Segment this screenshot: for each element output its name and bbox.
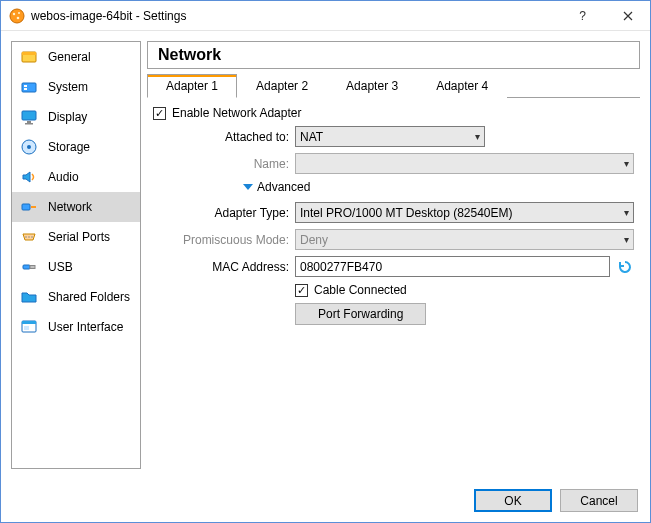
svg-point-1 — [13, 12, 15, 14]
ui-icon — [20, 318, 38, 336]
window-title: webos-image-64bit - Settings — [31, 9, 560, 23]
enable-adapter-checkbox[interactable] — [153, 107, 166, 120]
svg-point-0 — [10, 9, 24, 23]
svg-rect-14 — [22, 204, 30, 210]
sidebar-item-label: User Interface — [48, 320, 132, 334]
chevron-down-icon: ▾ — [475, 131, 480, 142]
form: Enable Network Adapter Attached to: NAT … — [147, 98, 640, 469]
cable-row: Cable Connected — [153, 283, 634, 297]
usb-icon — [20, 258, 38, 276]
mac-refresh-button[interactable] — [616, 258, 634, 276]
dialog-footer: OK Cancel — [1, 479, 650, 522]
tab-adapter-4[interactable]: Adapter 4 — [417, 74, 507, 98]
tab-adapter-3[interactable]: Adapter 3 — [327, 74, 417, 98]
name-label: Name: — [153, 157, 295, 171]
general-icon — [20, 48, 38, 66]
svg-rect-19 — [23, 265, 30, 269]
promiscuous-row: Promiscuous Mode: Deny ▾ — [153, 229, 634, 250]
cable-connected-label: Cable Connected — [314, 283, 407, 297]
tab-label: Adapter 2 — [256, 79, 308, 93]
adapter-type-label: Adapter Type: — [153, 206, 295, 220]
svg-rect-8 — [24, 88, 27, 90]
sidebar-item-usb[interactable]: USB — [12, 252, 140, 282]
titlebar: webos-image-64bit - Settings ? — [1, 1, 650, 31]
main-panel: Network Adapter 1 Adapter 2 Adapter 3 Ad… — [147, 41, 640, 469]
sidebar-item-label: Shared Folders — [48, 290, 132, 304]
cable-connected-checkbox[interactable] — [295, 284, 308, 297]
svg-point-17 — [28, 236, 30, 238]
sidebar-item-network[interactable]: Network — [12, 192, 140, 222]
page-title: Network — [147, 41, 640, 69]
audio-icon — [20, 168, 38, 186]
sidebar-item-label: Display — [48, 110, 132, 124]
disclosure-triangle-icon — [243, 184, 253, 190]
attached-to-value: NAT — [300, 130, 323, 144]
svg-rect-20 — [30, 266, 35, 269]
enable-adapter-label: Enable Network Adapter — [172, 106, 301, 120]
serial-icon — [20, 228, 38, 246]
sidebar: General System Display Storage — [11, 41, 141, 469]
promiscuous-value: Deny — [300, 233, 328, 247]
svg-point-16 — [25, 236, 27, 238]
svg-point-3 — [17, 16, 20, 19]
chevron-down-icon: ▾ — [624, 234, 629, 245]
ok-button[interactable]: OK — [474, 489, 552, 512]
help-button[interactable]: ? — [560, 1, 605, 30]
adapter-type-row: Adapter Type: Intel PRO/1000 MT Desktop … — [153, 202, 634, 223]
tab-label: Adapter 3 — [346, 79, 398, 93]
chevron-down-icon: ▾ — [624, 207, 629, 218]
tab-adapter-1[interactable]: Adapter 1 — [147, 74, 237, 98]
cancel-label: Cancel — [580, 494, 617, 508]
attached-to-row: Attached to: NAT ▾ — [153, 126, 634, 147]
sidebar-item-display[interactable]: Display — [12, 102, 140, 132]
sidebar-item-label: Audio — [48, 170, 132, 184]
tabs: Adapter 1 Adapter 2 Adapter 3 Adapter 4 — [147, 73, 640, 98]
close-button[interactable] — [605, 1, 650, 30]
sidebar-item-label: Network — [48, 200, 132, 214]
advanced-disclosure[interactable]: Advanced — [243, 180, 634, 194]
ok-label: OK — [504, 494, 521, 508]
sidebar-item-shared-folders[interactable]: Shared Folders — [12, 282, 140, 312]
sidebar-item-label: Storage — [48, 140, 132, 154]
cancel-button[interactable]: Cancel — [560, 489, 638, 512]
svg-point-13 — [27, 145, 31, 149]
name-row: Name: ▾ — [153, 153, 634, 174]
sidebar-item-system[interactable]: System — [12, 72, 140, 102]
svg-rect-9 — [22, 111, 36, 120]
promiscuous-select: Deny ▾ — [295, 229, 634, 250]
display-icon — [20, 108, 38, 126]
mac-value: 0800277FB470 — [300, 260, 382, 274]
port-forwarding-label: Port Forwarding — [318, 307, 403, 321]
sidebar-item-user-interface[interactable]: User Interface — [12, 312, 140, 342]
adapter-type-select[interactable]: Intel PRO/1000 MT Desktop (82540EM) ▾ — [295, 202, 634, 223]
mac-label: MAC Address: — [153, 260, 295, 274]
dialog-body: General System Display Storage — [1, 31, 650, 479]
mac-row: MAC Address: 0800277FB470 — [153, 256, 634, 277]
svg-point-18 — [31, 236, 33, 238]
sidebar-item-audio[interactable]: Audio — [12, 162, 140, 192]
sidebar-item-storage[interactable]: Storage — [12, 132, 140, 162]
settings-window: webos-image-64bit - Settings ? General S… — [0, 0, 651, 523]
port-forwarding-button[interactable]: Port Forwarding — [295, 303, 426, 325]
promiscuous-label: Promiscuous Mode: — [153, 233, 295, 247]
svg-rect-6 — [22, 83, 36, 92]
network-icon — [20, 198, 38, 216]
tab-label: Adapter 1 — [166, 79, 218, 93]
sidebar-item-label: General — [48, 50, 132, 64]
chevron-down-icon: ▾ — [624, 158, 629, 169]
svg-rect-11 — [25, 123, 33, 125]
sidebar-item-serial-ports[interactable]: Serial Ports — [12, 222, 140, 252]
sidebar-item-label: USB — [48, 260, 132, 274]
mac-input[interactable]: 0800277FB470 — [295, 256, 610, 277]
attached-to-select[interactable]: NAT ▾ — [295, 126, 485, 147]
sidebar-item-label: System — [48, 80, 132, 94]
folder-icon — [20, 288, 38, 306]
sidebar-item-general[interactable]: General — [12, 42, 140, 72]
svg-point-2 — [18, 12, 20, 14]
attached-to-label: Attached to: — [153, 130, 295, 144]
storage-icon — [20, 138, 38, 156]
svg-rect-7 — [24, 85, 27, 87]
port-forwarding-row: Port Forwarding — [153, 303, 634, 325]
svg-rect-10 — [27, 121, 31, 123]
tab-adapter-2[interactable]: Adapter 2 — [237, 74, 327, 98]
